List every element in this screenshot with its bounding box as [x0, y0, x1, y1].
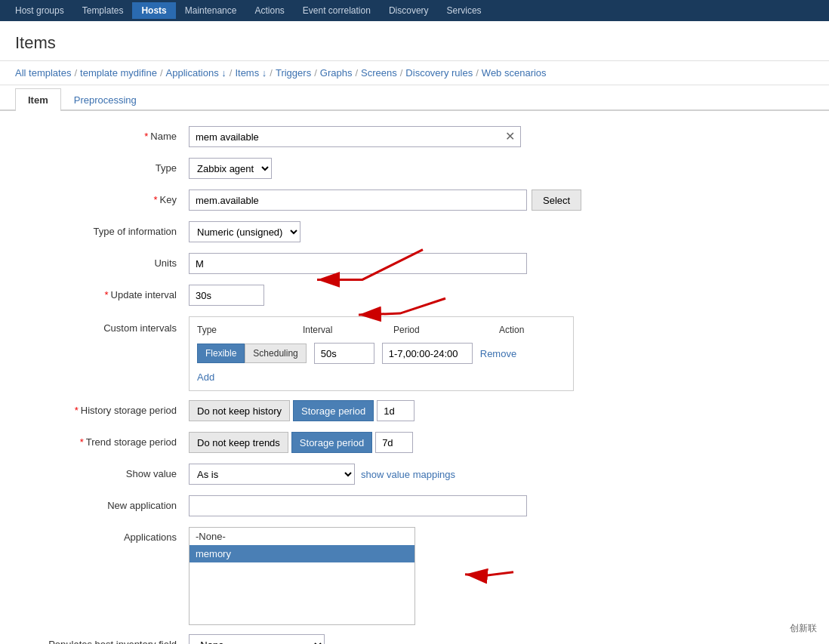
applications-row: Applications -None- memory [23, 527, 806, 625]
show-mapping-link[interactable]: show value mappings [361, 469, 455, 480]
show-value-wrap: As is show value mappings [189, 464, 455, 485]
key-input[interactable] [189, 190, 527, 211]
key-field: Select [189, 190, 806, 211]
history-storage-row: Do not keep history Storage period [189, 400, 414, 421]
trend-no-keep-button[interactable]: Do not keep trends [189, 432, 288, 453]
history-storage-period-button[interactable]: Storage period [293, 400, 374, 421]
key-select-button[interactable]: Select [532, 190, 581, 211]
units-row: Units [23, 253, 806, 276]
nav-host-groups[interactable]: Host groups [6, 2, 73, 19]
interval-row-1: Flexible Scheduling Remove [197, 343, 566, 364]
tab-preprocessing[interactable]: Preprocessing [61, 88, 149, 111]
breadcrumb-sep-5: / [314, 67, 317, 79]
nav-hosts[interactable]: Hosts [132, 2, 175, 19]
inventory-select[interactable]: -None- [189, 634, 325, 644]
trend-storage-period-button[interactable]: Storage period [291, 432, 372, 453]
custom-intervals-field: Type Interval Period Action Flexible Sch… [189, 316, 806, 391]
breadcrumb-items[interactable]: Items ↓ [235, 67, 267, 79]
period-value-input[interactable] [382, 343, 473, 364]
nav-discovery[interactable]: Discovery [380, 2, 438, 19]
type-of-info-select[interactable]: Numeric (unsigned) [189, 221, 300, 242]
scheduling-button[interactable]: Scheduling [245, 344, 306, 363]
inventory-field: -None- [189, 634, 806, 644]
type-select[interactable]: Zabbix agent [189, 158, 272, 179]
update-interval-input[interactable] [189, 285, 264, 306]
show-value-label: Show value [23, 464, 189, 479]
name-required-star: * [144, 131, 148, 142]
nav-actions[interactable]: Actions [245, 2, 293, 19]
name-field: ✕ [189, 126, 806, 147]
breadcrumb-all-templates[interactable]: All templates [15, 67, 71, 79]
tab-item[interactable]: Item [15, 88, 61, 111]
app-item-memory[interactable]: memory [190, 545, 414, 562]
trend-required-star: * [80, 436, 84, 448]
col-action-header: Action [499, 325, 559, 335]
trend-days-input[interactable] [375, 432, 413, 453]
type-of-info-field: Numeric (unsigned) [189, 221, 806, 242]
intervals-box: Type Interval Period Action Flexible Sch… [189, 316, 574, 391]
history-required-star: * [75, 405, 79, 416]
update-interval-field [189, 285, 806, 306]
update-interval-row: *Update interval [23, 285, 806, 307]
breadcrumb-sep-4: / [270, 67, 273, 79]
nav-maintenance[interactable]: Maintenance [176, 2, 246, 19]
breadcrumb-sep-2: / [160, 67, 163, 79]
page-title: Items [0, 21, 829, 61]
new-app-label: New application [23, 495, 189, 511]
breadcrumb-applications[interactable]: Applications ↓ [166, 67, 227, 79]
remove-link[interactable]: Remove [480, 348, 516, 359]
col-period-header: Period [393, 325, 499, 335]
interval-value-input[interactable] [314, 343, 374, 364]
show-value-row: Show value As is show value mappings [23, 464, 806, 486]
history-no-keep-button[interactable]: Do not keep history [189, 400, 290, 421]
type-field: Zabbix agent [189, 158, 806, 179]
new-app-row: New application [23, 495, 806, 518]
item-form: *Name ✕ Type Zabbix agent [0, 111, 829, 644]
type-label: Type [23, 158, 189, 174]
units-input[interactable] [189, 253, 527, 274]
applications-listbox[interactable]: -None- memory [189, 527, 415, 625]
breadcrumb-web-scenarios[interactable]: Web scenarios [482, 67, 547, 79]
new-app-field [189, 495, 806, 516]
history-days-input[interactable] [377, 400, 414, 421]
flexible-button[interactable]: Flexible [197, 344, 245, 363]
nav-templates[interactable]: Templates [73, 2, 133, 19]
history-field: Do not keep history Storage period [189, 400, 806, 421]
breadcrumb-discovery-rules[interactable]: Discovery rules [405, 67, 473, 79]
trend-field: Do not keep trends Storage period [189, 432, 806, 453]
breadcrumb-template[interactable]: template mydifine [80, 67, 157, 79]
tab-bar: Item Preprocessing [0, 88, 829, 111]
nav-services[interactable]: Services [438, 2, 491, 19]
breadcrumb-triggers[interactable]: Triggers [276, 67, 311, 79]
col-type-header: Type [197, 325, 303, 335]
trend-storage-row: Do not keep trends Storage period [189, 432, 413, 453]
history-row: *History storage period Do not keep hist… [23, 400, 806, 423]
update-interval-required-star: * [104, 289, 108, 300]
type-row: Type Zabbix agent [23, 158, 806, 180]
show-value-field: As is show value mappings [189, 464, 806, 485]
name-clear-button[interactable]: ✕ [501, 126, 519, 147]
update-interval-label: *Update interval [23, 285, 189, 300]
name-input[interactable] [189, 126, 521, 147]
history-label: *History storage period [23, 400, 189, 416]
app-item-none[interactable]: -None- [190, 528, 414, 545]
nav-event-correlation[interactable]: Event correlation [294, 2, 380, 19]
breadcrumb-sep-6: / [355, 67, 358, 79]
breadcrumb-sep-8: / [476, 67, 479, 79]
name-row: *Name ✕ [23, 126, 806, 149]
breadcrumb-sep-1: / [74, 67, 77, 79]
intervals-header: Type Interval Period Action [197, 325, 566, 338]
breadcrumb-sep-7: / [400, 67, 403, 79]
applications-field: -None- memory [189, 527, 806, 625]
breadcrumb-graphs[interactable]: Graphs [320, 67, 353, 79]
name-label: *Name [23, 126, 189, 142]
inventory-row: Populates host inventory field -None- [23, 634, 806, 644]
units-label: Units [23, 253, 189, 269]
show-value-select[interactable]: As is [189, 464, 355, 485]
name-field-wrap: ✕ [189, 126, 521, 147]
add-interval-link[interactable]: Add [197, 371, 214, 383]
new-app-input[interactable] [189, 495, 527, 516]
breadcrumb-screens[interactable]: Screens [361, 67, 397, 79]
trend-label: *Trend storage period [23, 432, 189, 448]
units-field [189, 253, 806, 274]
